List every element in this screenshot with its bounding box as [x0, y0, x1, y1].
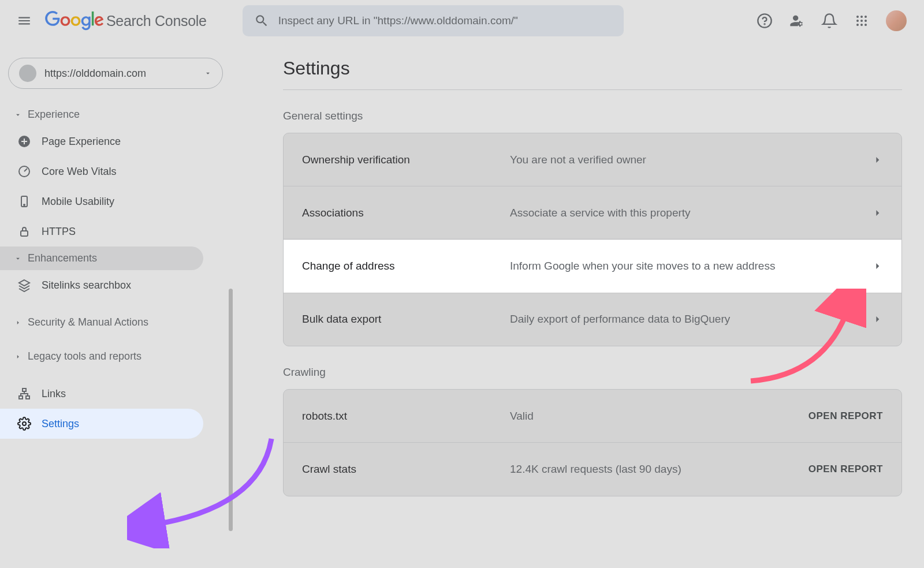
sidebar: https://olddomain.com Experience Page Ex… — [0, 46, 231, 443]
nav-section-label: Enhancements — [28, 252, 97, 264]
sidebar-scrollbar[interactable] — [229, 289, 233, 531]
nav-item-label: Page Experience — [42, 136, 121, 148]
nav-settings[interactable]: Settings — [0, 409, 203, 439]
row-description: Daily export of performance data to BigQ… — [510, 313, 861, 326]
row-title: robots.txt — [302, 410, 510, 423]
crawling-card: robots.txt Valid OPEN REPORT Crawl stats… — [283, 389, 902, 496]
url-inspect-search[interactable]: Inspect any URL in "https://www.olddomai… — [243, 5, 624, 36]
main-content: Settings General settings Ownership veri… — [283, 58, 902, 496]
header-actions — [757, 10, 914, 31]
svg-point-6 — [860, 20, 863, 22]
svg-rect-17 — [19, 396, 23, 399]
app-header: Search Console Inspect any URL in "https… — [0, 0, 924, 42]
nav-item-label: Settings — [42, 418, 79, 430]
nav-item-label: HTTPS — [42, 226, 76, 238]
row-ownership-verification[interactable]: Ownership verification You are not a ver… — [284, 133, 901, 186]
svg-point-4 — [865, 16, 867, 18]
svg-rect-15 — [21, 231, 28, 236]
svg-point-1 — [764, 24, 765, 24]
row-title: Bulk data export — [302, 313, 510, 326]
svg-point-8 — [856, 24, 859, 26]
row-description: Inform Google when your site moves to a … — [510, 260, 861, 272]
nav-https[interactable]: HTTPS — [0, 216, 203, 246]
sitemap-icon — [17, 387, 31, 401]
row-description: Valid — [510, 410, 808, 423]
row-title: Crawl stats — [302, 463, 510, 476]
section-crawling: Crawling — [283, 366, 902, 379]
open-report-button[interactable]: OPEN REPORT — [808, 464, 883, 475]
annotation-arrow-purple — [127, 433, 277, 548]
help-button[interactable] — [757, 13, 773, 29]
nav-item-label: Sitelinks searchbox — [42, 279, 131, 292]
svg-point-2 — [856, 16, 859, 18]
svg-point-19 — [23, 422, 26, 425]
row-title: Change of address — [302, 260, 510, 272]
svg-point-9 — [860, 24, 863, 26]
svg-rect-18 — [26, 396, 29, 399]
account-avatar[interactable] — [886, 10, 907, 31]
hamburger-icon — [17, 13, 32, 28]
nav-section-experience[interactable]: Experience — [0, 103, 231, 126]
nav-page-experience[interactable]: Page Experience — [0, 126, 203, 156]
users-button[interactable] — [789, 13, 805, 29]
svg-point-7 — [865, 20, 867, 22]
apps-button[interactable] — [854, 13, 870, 29]
section-general-settings: General settings — [283, 110, 902, 122]
nav-section-label: Security & Manual Actions — [28, 316, 148, 328]
nav-item-label: Links — [42, 388, 66, 400]
google-logo-icon — [45, 10, 104, 31]
page-title: Settings — [283, 58, 902, 79]
nav-section-enhancements[interactable]: Enhancements — [0, 246, 203, 270]
property-selector[interactable]: https://olddomain.com — [8, 58, 223, 89]
caret-down-icon — [14, 111, 22, 119]
search-icon — [254, 13, 269, 28]
nav-item-label: Mobile Usability — [42, 196, 114, 208]
nav-section-security[interactable]: Security & Manual Actions — [0, 311, 231, 334]
nav-links[interactable]: Links — [0, 379, 203, 409]
caret-right-icon — [14, 353, 22, 361]
notifications-button[interactable] — [821, 13, 837, 29]
svg-point-14 — [24, 204, 25, 205]
gear-icon — [17, 417, 31, 431]
app-logo[interactable]: Search Console — [45, 10, 207, 31]
property-label: https://olddomain.com — [44, 68, 196, 80]
chevron-right-icon — [871, 260, 883, 272]
layers-icon — [17, 278, 31, 292]
caret-down-icon — [14, 255, 22, 263]
nav-item-label: Core Web Vitals — [42, 166, 116, 178]
dropdown-caret-icon — [204, 69, 212, 77]
row-description: 12.4K crawl requests (last 90 days) — [510, 463, 808, 476]
row-description: Associate a service with this property — [510, 207, 861, 219]
svg-point-10 — [865, 24, 867, 26]
lock-icon — [17, 225, 31, 238]
nav-section-legacy[interactable]: Legacy tools and reports — [0, 345, 231, 368]
row-robots-txt[interactable]: robots.txt Valid OPEN REPORT — [284, 390, 901, 443]
row-crawl-stats[interactable]: Crawl stats 12.4K crawl requests (last 9… — [284, 443, 901, 496]
row-associations[interactable]: Associations Associate a service with th… — [284, 186, 901, 240]
row-description: You are not a verified owner — [510, 154, 861, 166]
nav-mobile-usability[interactable]: Mobile Usability — [0, 186, 203, 216]
row-bulk-data-export[interactable]: Bulk data export Daily export of perform… — [284, 293, 901, 346]
help-icon — [757, 13, 773, 29]
globe-plus-icon — [17, 134, 31, 148]
gauge-icon — [17, 165, 31, 178]
general-settings-card: Ownership verification You are not a ver… — [283, 133, 902, 346]
hamburger-menu-button[interactable] — [10, 7, 38, 35]
svg-point-5 — [856, 20, 859, 22]
svg-rect-16 — [23, 388, 26, 391]
chevron-right-icon — [871, 154, 883, 166]
chevron-right-icon — [871, 207, 883, 219]
mobile-icon — [17, 195, 31, 208]
caret-right-icon — [14, 319, 22, 327]
search-placeholder: Inspect any URL in "https://www.olddomai… — [278, 14, 518, 27]
row-change-of-address[interactable]: Change of address Inform Google when you… — [284, 240, 901, 293]
open-report-button[interactable]: OPEN REPORT — [808, 410, 883, 422]
nav-sitelinks-searchbox[interactable]: Sitelinks searchbox — [0, 270, 203, 300]
chevron-right-icon — [871, 313, 883, 325]
nav-section-label: Legacy tools and reports — [28, 350, 141, 363]
property-favicon-placeholder-icon — [19, 65, 36, 82]
row-title: Associations — [302, 207, 510, 219]
user-gear-icon — [789, 13, 805, 29]
nav-core-web-vitals[interactable]: Core Web Vitals — [0, 156, 203, 186]
row-title: Ownership verification — [302, 154, 510, 166]
